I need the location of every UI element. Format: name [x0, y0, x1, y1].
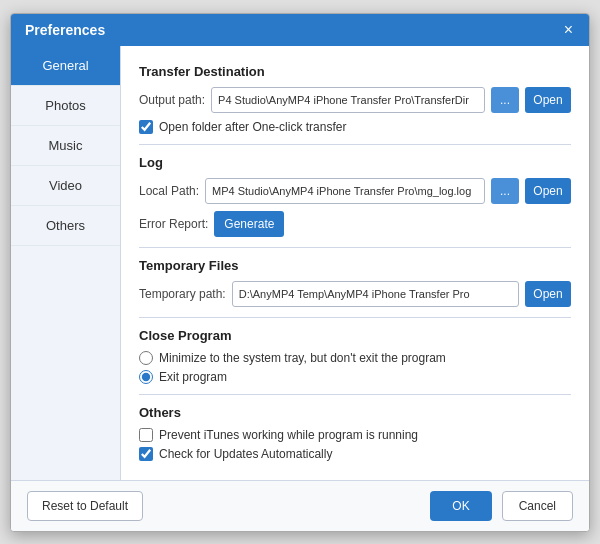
minimize-tray-radio-row: Minimize to the system tray, but don't e…: [139, 351, 571, 365]
output-path-open-button[interactable]: Open: [525, 87, 571, 113]
exit-program-label: Exit program: [159, 370, 227, 384]
temp-path-label: Temporary path:: [139, 287, 226, 301]
transfer-destination-title: Transfer Destination: [139, 64, 571, 79]
output-path-label: Output path:: [139, 93, 205, 107]
prevent-itunes-label: Prevent iTunes working while program is …: [159, 428, 418, 442]
close-button[interactable]: ×: [562, 22, 575, 38]
temp-path-open-button[interactable]: Open: [525, 281, 571, 307]
sidebar-item-video[interactable]: Video: [11, 166, 120, 206]
log-path-open-button[interactable]: Open: [525, 178, 571, 204]
generate-button[interactable]: Generate: [214, 211, 284, 237]
log-path-row: Local Path: ... Open: [139, 178, 571, 204]
log-path-label: Local Path:: [139, 184, 199, 198]
main-panel: Transfer Destination Output path: ... Op…: [121, 46, 589, 480]
output-path-input[interactable]: [211, 87, 485, 113]
preferences-dialog: Preferences × General Photos Music Video…: [10, 13, 590, 532]
temp-path-row: Temporary path: Open: [139, 281, 571, 307]
sidebar: General Photos Music Video Others: [11, 46, 121, 480]
dialog-content: General Photos Music Video Others Transf…: [11, 46, 589, 480]
output-path-row: Output path: ... Open: [139, 87, 571, 113]
prevent-itunes-checkbox[interactable]: [139, 428, 153, 442]
sidebar-item-others[interactable]: Others: [11, 206, 120, 246]
minimize-tray-radio[interactable]: [139, 351, 153, 365]
exit-program-radio-row: Exit program: [139, 370, 571, 384]
reset-to-default-button[interactable]: Reset to Default: [27, 491, 143, 521]
log-path-browse-button[interactable]: ...: [491, 178, 519, 204]
check-updates-label: Check for Updates Automatically: [159, 447, 332, 461]
temp-path-input[interactable]: [232, 281, 519, 307]
title-bar: Preferences ×: [11, 14, 589, 46]
ok-button[interactable]: OK: [430, 491, 491, 521]
exit-program-radio[interactable]: [139, 370, 153, 384]
check-updates-checkbox[interactable]: [139, 447, 153, 461]
log-title: Log: [139, 155, 571, 170]
log-path-input[interactable]: [205, 178, 485, 204]
open-folder-checkbox[interactable]: [139, 120, 153, 134]
prevent-itunes-checkbox-row: Prevent iTunes working while program is …: [139, 428, 571, 442]
open-folder-checkbox-row: Open folder after One-click transfer: [139, 120, 571, 134]
close-program-title: Close Program: [139, 328, 571, 343]
temp-files-title: Temporary Files: [139, 258, 571, 273]
sidebar-item-photos[interactable]: Photos: [11, 86, 120, 126]
footer-right: OK Cancel: [430, 491, 573, 521]
error-report-label: Error Report:: [139, 217, 208, 231]
error-report-row: Error Report: Generate: [139, 211, 571, 237]
open-folder-label: Open folder after One-click transfer: [159, 120, 346, 134]
minimize-tray-label: Minimize to the system tray, but don't e…: [159, 351, 446, 365]
check-updates-checkbox-row: Check for Updates Automatically: [139, 447, 571, 461]
others-title: Others: [139, 405, 571, 420]
footer: Reset to Default OK Cancel: [11, 480, 589, 531]
dialog-title: Preferences: [25, 22, 105, 38]
cancel-button[interactable]: Cancel: [502, 491, 573, 521]
sidebar-item-music[interactable]: Music: [11, 126, 120, 166]
sidebar-item-general[interactable]: General: [11, 46, 120, 86]
output-path-browse-button[interactable]: ...: [491, 87, 519, 113]
